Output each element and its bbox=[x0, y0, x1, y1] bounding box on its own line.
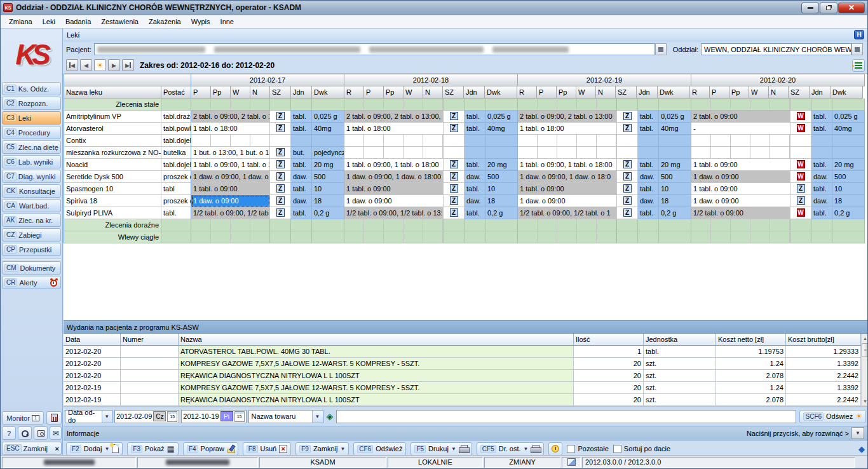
schedule-cell[interactable] bbox=[518, 135, 617, 147]
schedule-cell[interactable]: 2 tabl. o 09:00, 2 tabl. o 1 bbox=[191, 111, 270, 123]
dwk-cell[interactable]: 20 mg bbox=[485, 159, 518, 171]
sidebar-item-rozpozn[interactable]: C2Rozpozn. bbox=[2, 97, 61, 110]
schedule-cell[interactable]: 1 tabl. o 09:00 bbox=[518, 183, 617, 195]
issues-row[interactable]: 2012-02-20ATORVASTEROL TABL.POWL. 40MG 3… bbox=[64, 346, 861, 358]
sidebar-item-zlec-na-kr[interactable]: AKZlec. na kr. bbox=[2, 214, 61, 227]
dwk-cell[interactable]: 500 bbox=[485, 171, 518, 183]
toolbar-button-zamknij[interactable]: F9Zamknij▼ bbox=[295, 442, 349, 456]
schedule-cell[interactable]: 1 daw. o 09:00, 1 daw. o 18:00 bbox=[344, 171, 444, 183]
ward-picker-button[interactable] bbox=[851, 43, 863, 55]
grid-options-button[interactable] bbox=[852, 59, 865, 72]
ward-field[interactable]: WEWN, ODDZIAŁ KLINICZNY CHORÓB WEWN bbox=[701, 43, 851, 55]
jdn-cell[interactable]: daw. bbox=[811, 195, 832, 207]
dwk-cell[interactable]: 0,025 g bbox=[659, 111, 691, 123]
schedule-cell[interactable]: 2 tabl. o 09:00, 2 tabl. o 13:00, 2 bbox=[344, 111, 444, 123]
sidebar-item-alerty[interactable]: CRAlerty bbox=[2, 276, 61, 289]
jdn-cell[interactable]: tabl. bbox=[638, 207, 659, 219]
jdn-cell[interactable]: daw. bbox=[291, 195, 312, 207]
jdn-cell[interactable]: tabl. bbox=[811, 183, 832, 195]
drug-form[interactable]: proszek d bbox=[161, 171, 191, 183]
schedule-cell[interactable]: 1 daw. o 09:00 bbox=[691, 171, 790, 183]
jdn-cell[interactable]: daw. bbox=[291, 171, 312, 183]
filter-field-select[interactable]: Data od-do ▼ bbox=[65, 410, 112, 423]
checkbox-pozosta-e[interactable]: Pozostałe bbox=[567, 445, 608, 453]
restore-button[interactable] bbox=[820, 3, 837, 13]
jdn-cell[interactable]: tabl. bbox=[465, 207, 485, 219]
schedule-cell[interactable] bbox=[344, 147, 444, 159]
sidebar-item-zlec-na-diet[interactable]: C5Zlec.na dietę bbox=[2, 140, 61, 154]
schedule-cell[interactable]: - bbox=[691, 123, 790, 135]
jdn-cell[interactable]: tabl. bbox=[811, 111, 832, 123]
jdn-cell[interactable] bbox=[638, 147, 659, 159]
sz-cell[interactable]: Z bbox=[270, 183, 291, 195]
jdn-cell[interactable]: tabl. bbox=[811, 123, 832, 135]
jdn-cell[interactable]: tabl. bbox=[291, 111, 312, 123]
scroll-down-icon[interactable]: ▼ bbox=[862, 397, 868, 405]
jdn-cell[interactable]: tabl. bbox=[638, 183, 659, 195]
sz-cell[interactable]: Z bbox=[270, 111, 291, 123]
toolbar-button-poka[interactable]: F3Pokaż▦ bbox=[127, 442, 179, 456]
sz-cell[interactable]: Z bbox=[270, 171, 291, 183]
drug-form[interactable]: tabl.dojelit bbox=[161, 159, 191, 171]
first-page-button[interactable]: ◀ bbox=[66, 59, 78, 71]
drug-form[interactable]: tabl. bbox=[161, 207, 191, 219]
sz-cell[interactable]: Z bbox=[270, 147, 291, 159]
dwk-cell[interactable]: 10 bbox=[312, 183, 344, 195]
drug-form[interactable]: proszek d bbox=[161, 195, 191, 207]
drug-name[interactable]: Amitriptylinum VP bbox=[64, 111, 161, 123]
schedule-cell[interactable]: 1 tabl. o 09:00, 1 tabl. o 1 bbox=[191, 159, 270, 171]
date-from-field[interactable]: 2012-02-09 Cz 15 bbox=[114, 410, 179, 423]
jdn-cell[interactable]: tabl. bbox=[291, 123, 312, 135]
sz-cell[interactable]: Z bbox=[790, 195, 811, 207]
dwk-cell[interactable]: 0,025 g bbox=[485, 111, 518, 123]
jdn-cell[interactable]: tabl. bbox=[291, 207, 312, 219]
issues-column-header-koszt-netto-z[interactable]: Koszt netto [zł] bbox=[716, 334, 786, 346]
dwk-cell[interactable]: 0,2 g bbox=[312, 207, 344, 219]
patient-picker-button[interactable] bbox=[655, 43, 667, 55]
issues-column-header-nazwa[interactable]: Nazwa bbox=[179, 334, 574, 346]
help-button[interactable]: ? bbox=[2, 426, 16, 440]
sz-cell[interactable]: W bbox=[790, 171, 811, 183]
issues-column-header-koszt-brutto-z[interactable]: Koszt brutto[zł] bbox=[786, 334, 861, 346]
drug-name[interactable]: Contix bbox=[64, 135, 161, 147]
sz-cell[interactable]: Z bbox=[444, 159, 465, 171]
sidebar-item-lab-wyniki[interactable]: C6Lab. wyniki bbox=[2, 155, 61, 168]
dwk-cell[interactable]: 18 bbox=[312, 195, 344, 207]
schedule-cell[interactable]: 1 daw. o 09:00, 1 daw. o bbox=[191, 171, 270, 183]
dwk-cell[interactable]: 0,2 g bbox=[832, 207, 865, 219]
monitor-button[interactable]: Monitor 1 bbox=[2, 411, 44, 425]
sz-cell[interactable] bbox=[790, 147, 811, 159]
schedule-cell[interactable]: 1 daw. o 09:00 bbox=[344, 195, 444, 207]
schedule-cell[interactable]: 1 daw. o 09:00 bbox=[691, 195, 790, 207]
sidebar-item-przepustki[interactable]: CPPrzepustki bbox=[2, 243, 61, 256]
menu-item-wypis[interactable]: Wypis bbox=[187, 17, 215, 27]
sidebar-item-procedury[interactable]: C4Procedury bbox=[2, 126, 61, 139]
dwk-cell[interactable]: pojedyncza bbox=[312, 147, 344, 159]
issues-row[interactable]: 2012-02-19KOMPRESY GAZOWE 7,5X7,5 JAŁOWE… bbox=[64, 382, 861, 394]
jdn-cell[interactable] bbox=[465, 135, 485, 147]
sz-cell[interactable]: Z bbox=[617, 111, 638, 123]
sz-cell[interactable]: Z bbox=[270, 123, 291, 135]
sidebar-item-ks-oddz[interactable]: C1Ks. Oddz. bbox=[2, 82, 61, 95]
sz-cell[interactable]: Z bbox=[444, 183, 465, 195]
issues-vertical-scrollbar[interactable]: ▲ ≡ ▼ bbox=[861, 334, 868, 406]
schedule-cell[interactable]: 1 tabl. o 09:00 bbox=[691, 183, 790, 195]
menu-item-badania[interactable]: Badania bbox=[61, 17, 95, 27]
schedule-cell[interactable]: 1 daw. o 09:00, 1 daw. o 18:0 bbox=[518, 171, 617, 183]
close-button[interactable]: ✕ bbox=[838, 3, 865, 13]
jdn-cell[interactable] bbox=[638, 135, 659, 147]
sz-cell[interactable]: W bbox=[790, 159, 811, 171]
sz-cell[interactable] bbox=[617, 135, 638, 147]
schedule-cell[interactable]: 1/2 tabl. o 09:00, 1/2 tabl. o 1 bbox=[518, 207, 617, 219]
dwk-cell[interactable] bbox=[485, 147, 518, 159]
schedule-cell[interactable]: 2 tabl. o 09:00, 2 tabl. o 13:00 bbox=[518, 111, 617, 123]
drug-form[interactable]: tabl.powl. bbox=[161, 123, 191, 135]
date-header[interactable]: 2012-02-18 bbox=[344, 74, 518, 86]
schedule-cell[interactable] bbox=[691, 135, 790, 147]
dwk-cell[interactable]: 500 bbox=[312, 171, 344, 183]
sz-cell[interactable]: W bbox=[790, 207, 811, 219]
jdn-cell[interactable]: daw. bbox=[465, 195, 485, 207]
scroll-up-icon[interactable]: ▲ bbox=[862, 334, 868, 343]
jdn-cell[interactable]: but. bbox=[291, 147, 312, 159]
drug-name[interactable]: Spiriva 18 bbox=[64, 195, 161, 207]
